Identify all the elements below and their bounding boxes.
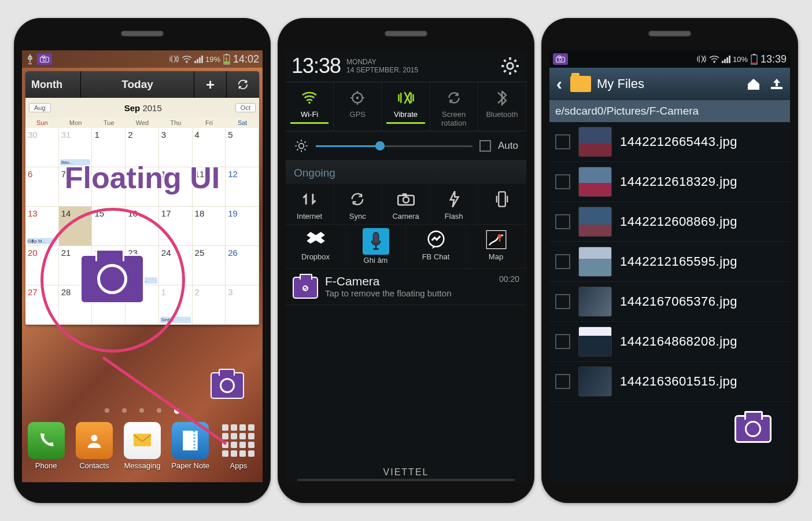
calendar-day[interactable]: 19 [226, 207, 259, 246]
carrier-label: VIETTEL [286, 467, 526, 478]
toggle-wifi[interactable]: Wi-Fi [286, 82, 334, 131]
svg-rect-18 [499, 192, 505, 206]
svg-rect-6 [224, 61, 229, 64]
vibrate-icon [169, 54, 179, 64]
file-row[interactable]: 1442167065376.jpg [549, 282, 790, 322]
shade-date: MONDAY 14 SEPTEMBER. 2015 [346, 58, 494, 75]
calendar-prev-month[interactable]: Aug [29, 103, 51, 112]
phone-notification-shade: 13:38 MONDAY 14 SEPTEMBER. 2015 Wi-FiGPS… [278, 18, 534, 503]
ongoing-updown[interactable]: Internet [286, 184, 334, 224]
file-row[interactable]: 1442212165595.jpg [549, 242, 790, 282]
file-thumbnail [578, 207, 612, 237]
ongoing-fbchat[interactable]: FB Chat [406, 225, 466, 268]
calendar-day[interactable]: 3 [226, 285, 259, 325]
file-checkbox[interactable] [555, 334, 570, 349]
brightness-slider[interactable] [316, 145, 473, 147]
svg-rect-26 [558, 56, 560, 58]
calendar-add-button[interactable]: + [194, 71, 227, 98]
battery-icon [750, 53, 758, 65]
file-thumbnail [578, 167, 612, 197]
floating-camera-button-large[interactable] [80, 254, 145, 304]
ongoing-shortcuts-row1: InternetSyncCameraFlash [286, 184, 526, 225]
shade-handle[interactable] [297, 479, 515, 481]
file-thumbnail [578, 247, 612, 277]
floating-camera-button[interactable] [211, 372, 244, 399]
svg-rect-30 [752, 63, 756, 64]
home-button[interactable] [745, 75, 762, 93]
dock-phone[interactable]: Phone [25, 422, 68, 470]
floating-camera-button[interactable] [735, 415, 772, 443]
svg-point-1 [43, 58, 46, 61]
wifi-icon [182, 55, 192, 63]
phone-homescreen: 19% 14:02 Month Today + Aug Sep 2015 Oct… [14, 18, 271, 503]
file-row[interactable]: 1442163601515.jpg [549, 362, 790, 402]
home-page-indicator[interactable] [22, 408, 263, 414]
status-bar: 10% 13:39 [549, 50, 790, 68]
battery-icon [223, 53, 231, 65]
fcamera-notification-icon [293, 277, 318, 299]
signal-icon [194, 55, 203, 63]
file-list[interactable]: 1442212665443.jpg1442212618329.jpg144221… [549, 122, 790, 402]
ongoing-camera[interactable]: Camera [382, 184, 430, 224]
auto-brightness-checkbox[interactable] [479, 140, 491, 152]
file-row[interactable]: 1442212665443.jpg [549, 122, 790, 162]
status-bar: 19% 14:02 [22, 50, 263, 68]
file-checkbox[interactable] [555, 374, 570, 389]
file-checkbox[interactable] [555, 174, 570, 189]
svg-point-11 [308, 102, 311, 104]
toggle-bluetooth[interactable]: Bluetooth [478, 82, 526, 131]
file-checkbox[interactable] [555, 254, 570, 269]
file-thumbnail [578, 287, 612, 317]
folder-icon [570, 76, 591, 92]
fcamera-status-icon [37, 53, 52, 65]
calendar-next-month[interactable]: Oct [235, 103, 256, 112]
status-clock: 13:39 [761, 53, 787, 65]
calendar-day[interactable]: 25 [193, 246, 226, 285]
notification-fcamera[interactable]: F-Camera Tap to remove the floating butt… [286, 269, 526, 305]
file-name: 1442212618329.jpg [620, 174, 737, 189]
wifi-icon [709, 55, 719, 63]
svg-rect-29 [753, 54, 755, 55]
dock-apps[interactable]: Apps [217, 422, 260, 470]
file-checkbox[interactable] [555, 294, 570, 309]
svg-rect-17 [402, 193, 407, 196]
dock-messaging[interactable]: Messaging [121, 422, 164, 470]
toggle-gps[interactable]: GPS [334, 82, 382, 131]
ongoing-dropbox[interactable]: Dropbox [286, 225, 346, 268]
level-up-button[interactable] [768, 75, 785, 93]
file-row[interactable]: 1442164868208.jpg [549, 322, 790, 362]
battery-percent: 10% [733, 55, 748, 64]
notification-subtitle: Tap to remove the floating button [325, 288, 492, 298]
toggle-rotation[interactable]: Screen rotation [430, 82, 478, 131]
calendar-view-month-button[interactable]: Month [25, 71, 81, 98]
svg-rect-19 [373, 232, 379, 243]
ongoing-phone-vib[interactable] [478, 184, 526, 224]
ongoing-ghiam[interactable]: Ghi âm [346, 225, 406, 268]
calendar-refresh-button[interactable] [227, 71, 259, 98]
file-name: 1442212665443.jpg [620, 134, 737, 149]
svg-point-22 [497, 234, 501, 238]
ongoing-map[interactable]: Map [466, 225, 526, 268]
calendar-day[interactable]: 26 [226, 246, 259, 285]
ongoing-header: Ongoing [286, 161, 526, 184]
file-name: 1442164868208.jpg [620, 334, 737, 349]
file-checkbox[interactable] [555, 214, 570, 229]
path-bar[interactable]: e/sdcard0/Pictures/F-Camera [549, 100, 790, 122]
file-checkbox[interactable] [555, 134, 570, 149]
file-row[interactable]: 1442212618329.jpg [549, 162, 790, 202]
calendar-title: Sep 2015 [124, 103, 162, 113]
toggle-vibrate[interactable]: Vibrate [382, 82, 430, 131]
shade-header: 13:38 MONDAY 14 SEPTEMBER. 2015 [286, 50, 526, 82]
shade-clock: 13:38 [291, 54, 341, 78]
svg-rect-5 [226, 54, 228, 55]
signal-icon [722, 55, 730, 63]
ongoing-sync[interactable]: Sync [334, 184, 382, 224]
ongoing-flash[interactable]: Flash [430, 184, 478, 224]
file-row[interactable]: 1442212608869.jpg [549, 202, 790, 242]
back-button[interactable]: ‹ [554, 74, 564, 94]
calendar-today-button[interactable]: Today [81, 71, 194, 98]
dock-contacts[interactable]: Contacts [73, 422, 116, 470]
settings-button[interactable] [500, 56, 521, 76]
calendar-day[interactable]: 2 [193, 285, 226, 325]
calendar-day[interactable]: 18 [193, 207, 226, 246]
